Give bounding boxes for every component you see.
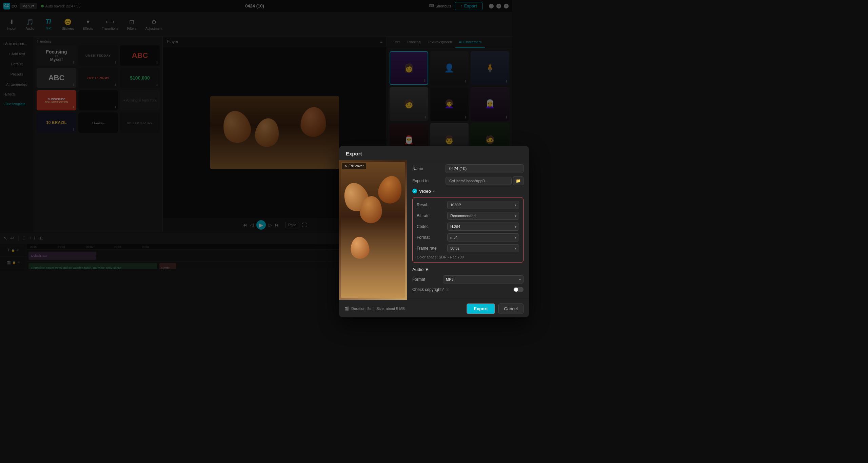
bitrate-select[interactable]: Low Recommended High (447, 212, 512, 220)
name-input[interactable] (446, 164, 512, 173)
dialog-header: Export (339, 146, 512, 160)
dialog-body: ✎ Edit cover Name Export to C:/Users (339, 160, 512, 269)
resolution-row: Resol... 720P 1080P 2K 4K (417, 201, 512, 209)
video-check: ✓ (412, 189, 417, 193)
dialog-preview: ✎ Edit cover (339, 160, 407, 269)
codec-row: Codec H.264 H.265 VP9 (417, 223, 512, 231)
export-overlay: Export ✎ Edit cover (0, 0, 512, 269)
color-space-text: Color space: SDR - Rec.709 (417, 255, 512, 259)
audio-section: Audio ▾ Format MP3 AAC WAV (412, 266, 512, 269)
resolution-select[interactable]: 720P 1080P 2K 4K (447, 201, 512, 209)
codec-label: Codec (417, 224, 447, 229)
format-row: Format mp4 mov avi (417, 233, 512, 241)
bitrate-row: Bit rate Low Recommended High (417, 212, 512, 220)
codec-select[interactable]: H.264 H.265 VP9 (447, 223, 512, 231)
video-title: Video (419, 189, 431, 194)
audio-arrow: ▾ (426, 266, 428, 269)
framerate-select[interactable]: 24fps 25fps 30fps 60fps (447, 244, 512, 252)
video-section-header[interactable]: ✓ Video ▾ (412, 189, 512, 194)
audio-title: Audio (412, 267, 423, 269)
export-path: C:/Users/Jason/AppD... (446, 177, 512, 185)
export-to-row: Export to C:/Users/Jason/AppD... 📁 (412, 176, 512, 185)
name-row: Name (412, 164, 512, 173)
preview-image (339, 160, 407, 269)
video-settings-box: Resol... 720P 1080P 2K 4K Bit rate (412, 197, 512, 263)
name-label: Name (412, 166, 443, 171)
framerate-label: Frame rate (417, 246, 447, 251)
dialog-settings: Name Export to C:/Users/Jason/AppD... 📁 … (407, 160, 512, 269)
export-dialog: Export ✎ Edit cover (339, 146, 512, 269)
edit-cover-button[interactable]: ✎ Edit cover (342, 163, 366, 169)
audio-header[interactable]: Audio ▾ (412, 266, 512, 269)
bitrate-label: Bit rate (417, 213, 447, 218)
edit-icon: ✎ (344, 164, 347, 168)
export-to-label: Export to (412, 178, 443, 183)
framerate-row: Frame rate 24fps 25fps 30fps 60fps (417, 244, 512, 252)
format-select[interactable]: mp4 mov avi (447, 233, 512, 241)
format-label: Format (417, 235, 447, 240)
resolution-label: Resol... (417, 203, 447, 207)
video-arrow: ▾ (433, 189, 435, 193)
